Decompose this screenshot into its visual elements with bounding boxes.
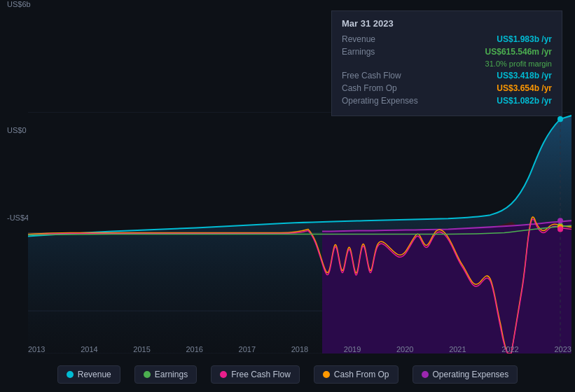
earnings-dot [144,371,151,378]
tooltip-title: Mar 31 2023 [342,18,552,29]
x-label-2014: 2014 [81,345,97,354]
cashfromop-dot [323,371,330,378]
svg-point-10 [557,218,563,223]
tooltip-profit-margin-row: 31.0% profit margin [342,59,552,68]
x-label-2022: 2022 [501,345,518,354]
tooltip-cashfromop-label: Cash From Op [342,83,397,93]
x-label-2018: 2018 [291,345,308,354]
legend-item-fcf[interactable]: Free Cash Flow [211,365,300,384]
tooltip-opex-value: US$1.082b /yr [497,96,552,106]
tooltip-profit-margin: 31.0% profit margin [485,59,552,68]
tooltip-earnings-row: Earnings US$615.546m /yr [342,47,552,57]
legend-label-cashfromop: Cash From Op [334,370,389,379]
fcf-dot [220,371,227,378]
tooltip-earnings-label: Earnings [342,47,375,57]
legend-label-revenue: Revenue [78,370,111,379]
x-label-2021: 2021 [449,345,466,354]
legend-label-fcf: Free Cash Flow [231,370,291,379]
tooltip-revenue-value: US$1.983b /yr [497,34,552,44]
tooltip-earnings-value: US$615.546m /yr [485,47,552,57]
x-label-2017: 2017 [239,345,256,354]
tooltip-cashfromop-value: US$3.654b /yr [497,83,552,93]
chart-svg [28,112,571,354]
revenue-dot [67,371,74,378]
opex-dot [422,371,429,378]
tooltip-fcf-label: Free Cash Flow [342,71,401,80]
tooltip-cashfromop-row: Cash From Op US$3.654b /yr [342,83,552,93]
x-label-2015: 2015 [133,345,150,354]
tooltip-opex-row: Operating Expenses US$1.082b /yr [342,96,552,106]
x-label-2013: 2013 [28,345,45,354]
tooltip-fcf-value: US$3.418b /yr [497,71,552,80]
tooltip-opex-label: Operating Expenses [342,96,418,106]
chart-area [28,112,571,354]
chart-legend: Revenue Earnings Free Cash Flow Cash Fro… [0,357,575,392]
x-label-2023: 2023 [554,345,571,354]
x-label-2016: 2016 [186,345,202,354]
svg-point-6 [557,116,563,122]
legend-label-earnings: Earnings [155,370,188,379]
x-axis: 2013 2014 2015 2016 2017 2018 2019 2020 … [28,345,571,354]
x-label-2020: 2020 [396,345,413,354]
legend-label-opex: Operating Expenses [433,370,509,379]
y-label-zero: US$0 [7,126,27,134]
tooltip-fcf-row: Free Cash Flow US$3.418b /yr [342,71,552,80]
svg-point-9 [557,226,563,232]
tooltip-revenue-label: Revenue [342,34,375,44]
legend-item-revenue[interactable]: Revenue [57,365,120,384]
legend-item-cashfromop[interactable]: Cash From Op [314,365,399,384]
legend-item-opex[interactable]: Operating Expenses [413,365,518,384]
tooltip-revenue-row: Revenue US$1.983b /yr [342,34,552,44]
y-label-top: US$6b [7,0,31,8]
legend-item-earnings[interactable]: Earnings [134,365,197,384]
info-tooltip: Mar 31 2023 Revenue US$1.983b /yr Earnin… [331,10,562,116]
x-label-2019: 2019 [344,345,361,354]
